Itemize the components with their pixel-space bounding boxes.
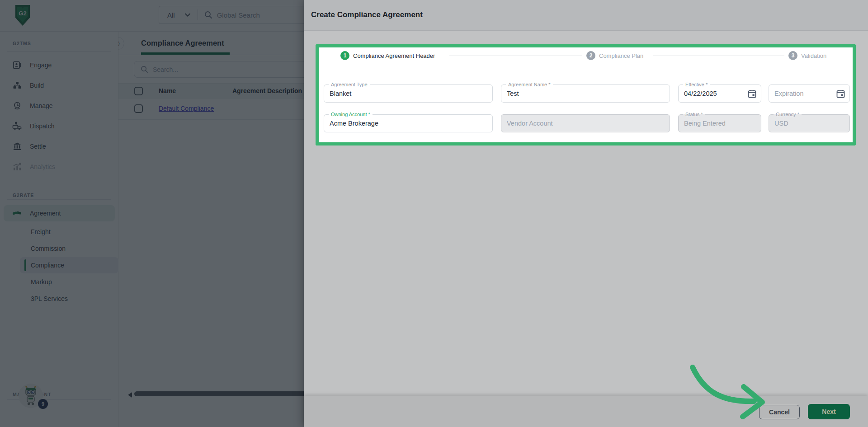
drawer-footer: Cancel Next xyxy=(304,396,868,427)
step-1-label: Compliance Agreement Header xyxy=(353,52,435,59)
calendar-icon[interactable] xyxy=(747,89,757,99)
step-1-indicator[interactable]: 1 xyxy=(340,51,349,60)
expiration-date-input[interactable] xyxy=(774,85,833,102)
drawer-header: Create Compliance Agreement xyxy=(304,0,868,31)
effective-date-field[interactable]: Effective * xyxy=(678,84,761,103)
effective-date-input[interactable] xyxy=(684,85,745,102)
status-field: Status * xyxy=(678,114,761,132)
step-connector xyxy=(653,56,784,56)
currency-field: Currency * xyxy=(769,114,850,132)
step-3-label: Validation xyxy=(801,52,826,59)
vendor-account-input xyxy=(507,115,664,132)
step-connector xyxy=(449,56,582,56)
calendar-icon[interactable] xyxy=(836,89,845,99)
expiration-date-field[interactable] xyxy=(769,84,850,103)
agreement-type-field[interactable]: Agreement Type xyxy=(324,84,493,103)
vendor-account-field xyxy=(501,114,670,132)
agreement-name-input[interactable] xyxy=(507,85,664,102)
cancel-button[interactable]: Cancel xyxy=(759,405,800,419)
status-input xyxy=(684,115,755,132)
step-2-indicator[interactable]: 2 xyxy=(586,51,595,60)
currency-input xyxy=(774,115,844,132)
next-button[interactable]: Next xyxy=(808,404,850,419)
agreement-name-field[interactable]: Agreement Name * xyxy=(501,84,670,103)
app-root: G2 All Global Search G2TMS Engage Build xyxy=(0,0,868,427)
step-2-label: Compliance Plan xyxy=(599,52,643,59)
agreement-type-input[interactable] xyxy=(330,85,487,102)
drawer-title: Create Compliance Agreement xyxy=(311,10,423,19)
owning-account-input[interactable] xyxy=(330,115,487,132)
create-compliance-agreement-drawer: Create Compliance Agreement 1 Compliance… xyxy=(304,0,868,427)
owning-account-field[interactable]: Owning Account * xyxy=(324,114,493,132)
step-3-indicator[interactable]: 3 xyxy=(788,51,797,60)
